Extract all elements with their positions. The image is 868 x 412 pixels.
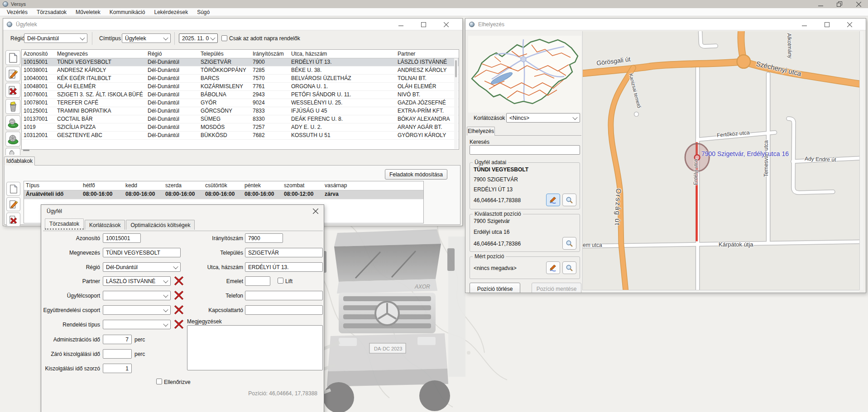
minimize-icon[interactable] — [391, 19, 411, 30]
megjegyzesek-textarea[interactable] — [187, 325, 323, 370]
table-scrollbar[interactable] — [454, 58, 458, 149]
restore-icon[interactable] — [830, 0, 849, 8]
scrollbar-thumb[interactable] — [455, 60, 457, 77]
table-row[interactable]: 10076001SZIGETI 3. SZ. ÁLT. ISKOLA BÜFÉD… — [22, 91, 459, 99]
menu-muveletek[interactable]: Műveletek — [71, 9, 105, 15]
map-hscrollbar[interactable] — [582, 290, 859, 293]
addresstype-dropdown[interactable]: Ügyfelek — [122, 33, 171, 43]
menu-kommunikacio[interactable]: Kommunikáció — [105, 9, 150, 15]
new-timewindow-button[interactable] — [6, 182, 20, 196]
szorzo-field[interactable]: 1 — [103, 364, 132, 373]
table-row[interactable]: 10078001TEREFER CAFÉDél-DunántúlGYŐR9024… — [22, 99, 459, 107]
column-header[interactable]: kedd — [124, 181, 163, 190]
close-icon[interactable] — [313, 208, 318, 214]
column-header[interactable]: Irányítószám — [251, 50, 289, 58]
search-input[interactable] — [470, 145, 580, 155]
column-header[interactable]: Utca, házszám — [289, 50, 396, 58]
region-dropdown[interactable]: Dél-Dunántúl — [24, 33, 87, 43]
delete-record-button[interactable] — [5, 83, 20, 98]
menu-sugo[interactable]: Súgó — [192, 9, 214, 15]
tab-optimalizacios[interactable]: Optimalizációs költségek — [126, 220, 195, 230]
tab-idoablakok[interactable]: Időablakok — [4, 156, 35, 166]
clear-rendelesi-tipus-icon[interactable] — [174, 319, 184, 329]
restrictions-dropdown[interactable]: <Nincs> — [506, 113, 580, 123]
column-header[interactable]: hétfő — [81, 181, 124, 190]
table-row[interactable]: 10137001COCTAIL BÁRDél-DunántúlSÜMEG8330… — [22, 115, 459, 123]
locate-selected-button[interactable] — [562, 237, 576, 250]
table-row[interactable]: 10038001ANDRESZ KÁROLYDél-DunántúlTÖRÖKK… — [22, 66, 459, 75]
menu-torzsadatok[interactable]: Törzsadatok — [32, 9, 71, 15]
zaro-ido-field[interactable] — [103, 349, 132, 359]
telefon-field[interactable] — [245, 291, 323, 300]
column-header[interactable]: Típus — [24, 181, 81, 190]
splitter-handle[interactable] — [23, 150, 29, 151]
column-header[interactable]: szombat — [282, 181, 323, 190]
column-header[interactable]: szerda — [163, 181, 203, 190]
partner-dropdown[interactable]: LÁSZLÓ ISTVÁNNÉ — [103, 276, 171, 286]
table-row[interactable]: Áruátvételi idő08:00-16:0008:00-16:0008:… — [24, 190, 423, 199]
column-header[interactable]: Település — [199, 50, 251, 58]
maximize-icon[interactable] — [817, 19, 837, 30]
save-position-button[interactable]: Pozíció mentése — [532, 283, 581, 293]
megnevezes-field[interactable]: TÜNDI VEGYESBOLT — [103, 248, 181, 257]
more-tools-button[interactable] — [5, 148, 20, 155]
table-row[interactable]: 10048001OLÁH ELEMÉRDél-DunántúlKOZÁRMISL… — [22, 83, 459, 91]
locate-measured-button[interactable] — [562, 261, 576, 274]
trash-button[interactable] — [5, 99, 20, 114]
edit-measured-button[interactable] — [546, 261, 560, 274]
column-header[interactable]: péntek — [243, 181, 282, 190]
azonosito-field[interactable]: 10015001 — [103, 233, 141, 243]
table-row[interactable]: 10125001TRAMINI BORPATIKADél-DunántúlGÖR… — [22, 107, 459, 115]
hungary-overview-map[interactable] — [468, 36, 581, 113]
street-map[interactable]: Görösgali út Széchenyi utca Alkotmány Ka… — [582, 31, 859, 290]
edit-timewindow-button[interactable] — [6, 197, 20, 211]
iranyitoszam-field[interactable]: 7900 — [245, 233, 283, 243]
column-header[interactable]: Megnevezés — [55, 50, 146, 58]
modify-tasks-button[interactable]: Feladatok módosítása — [385, 169, 447, 180]
table-row[interactable]: 1019SZICÍLIA PIZZADél-DunántúlMOSDÓS7257… — [22, 123, 459, 132]
utca-field[interactable]: ERDÉLYI ÚT 13. — [245, 262, 323, 272]
tab-korlatozasok[interactable]: Korlátozások — [85, 220, 125, 230]
locate-position-button[interactable] — [562, 194, 576, 206]
column-header[interactable]: Partner — [396, 50, 457, 58]
date-picker[interactable]: 2025. 11. 03. — [179, 33, 218, 43]
close-icon[interactable] — [436, 19, 456, 30]
close-icon[interactable] — [839, 19, 859, 30]
minimize-icon[interactable] — [811, 0, 830, 8]
street-label: Bem utca — [582, 242, 602, 248]
only-day-checkbox[interactable] — [221, 35, 227, 41]
menu-lekerdezesek[interactable]: Lekérdezések — [149, 9, 192, 15]
maximize-icon[interactable] — [413, 19, 433, 30]
egyuttrendelesi-dropdown[interactable] — [103, 305, 171, 315]
cell: 10137001 — [22, 115, 55, 123]
tab-elhelyezes[interactable]: Elhelyezés — [467, 127, 495, 136]
delete-timewindow-button[interactable] — [6, 213, 20, 227]
rendelesi-tipus-dropdown[interactable] — [103, 320, 171, 329]
payment-button[interactable] — [5, 115, 20, 130]
admin-ido-field[interactable]: 7 — [103, 335, 132, 344]
menu-vezerles[interactable]: Vezérlés — [2, 9, 32, 15]
edit-record-button[interactable] — [5, 66, 20, 81]
column-header[interactable]: vasárnap — [323, 181, 395, 190]
ugyfelcsoport-dropdown[interactable] — [103, 291, 171, 300]
table-row[interactable]: 10015001TÜNDI VEGYESBOLTDél-DunántúlSZIG… — [22, 58, 459, 66]
edit-position-button[interactable] — [546, 194, 560, 206]
ellenorizve-checkbox[interactable] — [156, 379, 162, 384]
column-header[interactable]: Régió — [146, 50, 199, 58]
map-vscrollbar[interactable] — [859, 31, 863, 290]
table-row[interactable]: 10312001GESZTENYE ABCDél-DunántúlBÜKKÖSD… — [22, 132, 459, 140]
delete-position-button[interactable]: Pozíció törlése — [470, 283, 520, 293]
column-header[interactable]: csütörtök — [203, 181, 243, 190]
telepules-field[interactable]: SZIGETVÁR — [245, 248, 323, 257]
table-row[interactable]: 10040001KÉK EGÉR ITALBOLTDél-DunántúlBAR… — [22, 75, 459, 83]
emelet-field[interactable] — [245, 276, 270, 286]
tab-torzsadatok[interactable]: Törzsadatok — [45, 218, 84, 230]
minimize-icon[interactable] — [794, 19, 814, 30]
lift-checkbox[interactable] — [278, 278, 283, 284]
close-icon[interactable] — [849, 0, 868, 8]
column-header[interactable]: Azonosító — [22, 50, 55, 58]
payment-alt-button[interactable] — [5, 132, 20, 147]
kapcsolattarto-field[interactable] — [245, 305, 323, 315]
new-record-button[interactable] — [5, 50, 20, 65]
regio-dropdown[interactable]: Dél-Dunántúl — [103, 262, 181, 272]
